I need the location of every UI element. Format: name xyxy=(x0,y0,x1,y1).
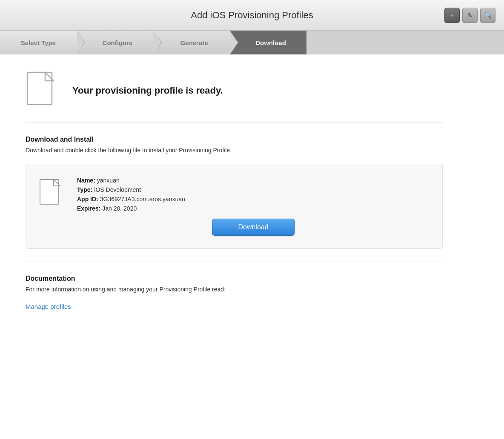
step-label-configure: Configure xyxy=(103,39,133,46)
documentation-section: Documentation For more information on us… xyxy=(26,275,443,311)
expires-value: Jan 20, 2020 xyxy=(102,205,137,212)
add-icon: + xyxy=(450,11,454,19)
expires-label: Expires: xyxy=(77,205,100,212)
step-download[interactable]: Download xyxy=(230,31,306,54)
name-label: Name: xyxy=(77,177,95,184)
download-install-title: Download and Install xyxy=(26,136,443,143)
download-install-section: Download and Install Download and double… xyxy=(26,136,443,249)
profile-ready-section: Your provisioning profile is ready. xyxy=(26,71,443,110)
step-label-select-type: Select Type xyxy=(21,39,56,46)
add-button[interactable]: + xyxy=(444,8,460,23)
steps-bar: Select Type Configure Generate Download xyxy=(0,31,504,54)
profile-expires-field: Expires: Jan 20, 2020 xyxy=(77,205,430,212)
download-install-desc: Download and double click the following … xyxy=(26,147,443,154)
step-label-download: Download xyxy=(255,39,286,46)
doc-title: Documentation xyxy=(26,275,443,282)
download-button[interactable]: Download xyxy=(212,219,294,236)
step-generate[interactable]: Generate xyxy=(153,31,230,54)
type-label: Type: xyxy=(77,186,92,193)
step-select-type[interactable]: Select Type xyxy=(0,31,77,54)
page-title: Add iOS Provisioning Profiles xyxy=(191,10,313,21)
divider-1 xyxy=(26,123,443,123)
step-configure[interactable]: Configure xyxy=(77,31,153,54)
manage-profiles-link[interactable]: Manage profiles xyxy=(26,303,71,310)
file-icon-large xyxy=(26,71,60,110)
file-icon-medium xyxy=(39,179,64,208)
doc-desc: For more information on using and managi… xyxy=(26,286,443,293)
header: Add iOS Provisioning Profiles + ✎ 🔍 xyxy=(0,0,504,31)
type-value: iOS Development xyxy=(94,186,141,193)
edit-icon: ✎ xyxy=(467,12,472,19)
main-content: Your provisioning profile is ready. Down… xyxy=(0,54,468,328)
edit-button[interactable]: ✎ xyxy=(462,8,478,23)
step-label-generate: Generate xyxy=(180,39,208,46)
search-button[interactable]: 🔍 xyxy=(480,8,495,23)
appid-label: App ID: xyxy=(77,196,98,202)
appid-value: 3G36927JA3.com.eros.yanxuan xyxy=(100,196,185,202)
header-actions: + ✎ 🔍 xyxy=(444,8,495,23)
profile-appid-field: App ID: 3G36927JA3.com.eros.yanxuan xyxy=(77,196,430,202)
svg-rect-0 xyxy=(27,72,52,105)
search-icon: 🔍 xyxy=(484,12,492,19)
profile-type-field: Type: iOS Development xyxy=(77,186,430,193)
profile-name-field: Name: yanxuan xyxy=(77,177,430,184)
profile-ready-text: Your provisioning profile is ready. xyxy=(72,85,223,96)
divider-2 xyxy=(26,262,443,262)
name-value: yanxuan xyxy=(97,177,120,184)
profile-card: Name: yanxuan Type: iOS Development App … xyxy=(26,164,443,249)
profile-details: Name: yanxuan Type: iOS Development App … xyxy=(77,177,430,236)
svg-rect-1 xyxy=(40,180,59,204)
